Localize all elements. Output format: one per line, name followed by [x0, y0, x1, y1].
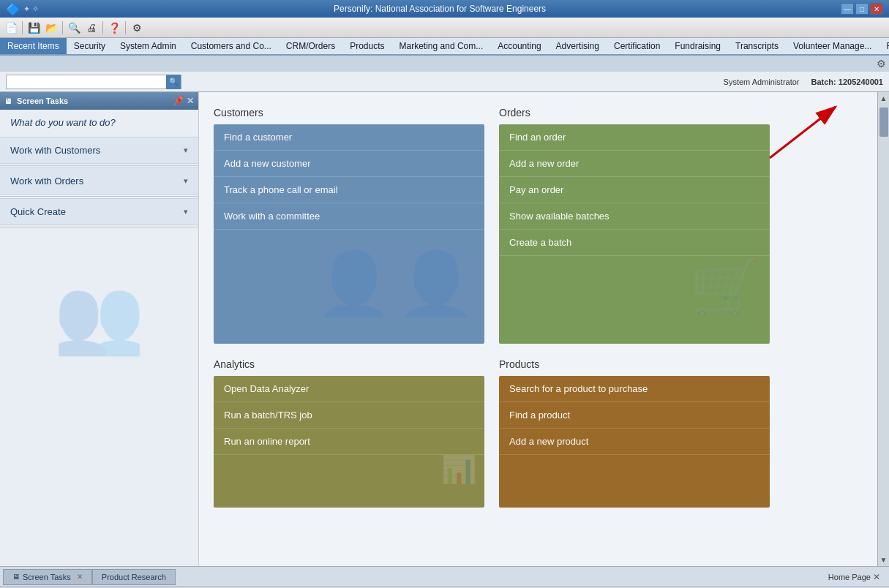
menu-reporting[interactable]: Reporting [879, 38, 889, 54]
sidebar-section-orders: Work with Orders ▾ [0, 167, 198, 197]
home-page-close-icon[interactable]: ✕ [873, 572, 880, 582]
chevron-down-icon-2: ▾ [184, 176, 188, 186]
sidebar-header-icons[interactable]: 📌 ✕ [173, 96, 194, 106]
toolbar-sep-2 [62, 21, 63, 34]
toolbar-sep-1 [22, 21, 23, 34]
menu-security-label: Security [74, 41, 105, 51]
close-button[interactable]: ✕ [870, 3, 883, 15]
toolbar-sep-4 [125, 21, 126, 34]
run-batch-trs-link[interactable]: Run a batch/TRS job [214, 402, 484, 429]
track-phone-link[interactable]: Track a phone call or email [214, 177, 484, 203]
chevron-down-icon: ▾ [184, 146, 188, 155]
find-customer-link[interactable]: Find a customer [214, 124, 484, 151]
dashboard-products-section: Products Search for a product to purchas… [499, 358, 770, 508]
toolbar-new-btn[interactable]: 📄 [3, 20, 19, 36]
find-order-link[interactable]: Find an order [499, 124, 770, 151]
open-analyzer-link[interactable]: Open Data Analyzer [214, 376, 484, 402]
scroll-up-icon[interactable]: ▲ [878, 92, 889, 105]
menubar: Recent Items Security System Admin Custo… [0, 38, 889, 56]
run-report-link[interactable]: Run an online report [214, 429, 484, 455]
analytics-tile: Open Data Analyzer Run a batch/TRS job R… [214, 376, 484, 508]
menu-recent-items-label: Recent Items [7, 41, 59, 51]
info-right: System Administrator Batch: 1205240001 [724, 78, 883, 86]
content-scrollbar[interactable]: ▲ ▼ [877, 92, 889, 566]
menu-volunteer[interactable]: Volunteer Manage... [786, 38, 879, 54]
minimize-button[interactable]: — [841, 3, 854, 15]
maximize-button[interactable]: □ [855, 3, 869, 15]
screen-tasks-tab-close[interactable]: ✕ [77, 573, 83, 581]
menu-system-admin[interactable]: System Admin [113, 38, 184, 54]
menu-fundraising-label: Fundraising [675, 41, 721, 51]
search-product-link[interactable]: Search for a product to purchase [499, 376, 770, 402]
pin-icon[interactable]: 📌 [173, 96, 184, 106]
work-committee-link[interactable]: Work with a committee [214, 203, 484, 230]
screen-tasks-tab-label: Screen Tasks [23, 573, 71, 581]
toolbar-settings-btn[interactable]: ⚙ [129, 20, 145, 36]
menu-fundraising[interactable]: Fundraising [667, 38, 728, 54]
toolbar-open-btn[interactable]: 📂 [43, 20, 59, 36]
dashboard-orders-section: Orders Find an order Add a new order Pay… [499, 107, 770, 344]
menu-certification[interactable]: Certification [607, 38, 667, 54]
home-page-label: Home Page ✕ [822, 572, 886, 582]
scroll-thumb[interactable] [879, 108, 888, 137]
product-research-tab-label: Product Research [102, 573, 166, 581]
search-input[interactable] [7, 78, 166, 86]
svg-line-1 [770, 107, 836, 158]
orders-section-title: Orders [499, 107, 770, 118]
menu-customers[interactable]: Customers and Co... [184, 38, 279, 54]
menu-system-admin-label: System Admin [120, 41, 176, 51]
app-title: Personify: National Association for Soft… [39, 4, 841, 14]
sidebar-close-icon[interactable]: ✕ [187, 96, 194, 106]
sidebar-item-work-orders-label: Work with Orders [10, 176, 83, 186]
sidebar-title: 🖥 Screen Tasks [4, 97, 68, 105]
sidebar-content: What do you want to do? Work with Custom… [0, 110, 198, 566]
product-research-tab[interactable]: Product Research [92, 569, 176, 585]
sidebar-intro: What do you want to do? [0, 110, 198, 135]
sidebar-item-quick-create[interactable]: Quick Create ▾ [0, 198, 198, 225]
content-area: Customers Find a customer Add a new cust… [199, 92, 877, 566]
toolbar-help-btn[interactable]: ❓ [106, 20, 122, 36]
products-section-title: Products [499, 358, 770, 370]
add-product-link[interactable]: Add a new product [499, 429, 770, 455]
menu-security[interactable]: Security [67, 38, 113, 54]
search-input-wrap[interactable]: 🔍 [6, 75, 181, 89]
customers-section-title: Customers [214, 107, 484, 118]
menu-marketing[interactable]: Marketing and Com... [392, 38, 491, 54]
toolbar-save-btn[interactable]: 💾 [26, 20, 42, 36]
sidebar-section-customers: Work with Customers ▾ [0, 137, 198, 166]
sidebar-item-work-customers[interactable]: Work with Customers ▾ [0, 137, 198, 164]
menu-products[interactable]: Products [342, 38, 391, 54]
menu-reporting-label: Reporting [886, 41, 889, 51]
gear-icon[interactable]: ⚙ [877, 58, 886, 69]
create-batch-link[interactable]: Create a batch [499, 230, 770, 256]
menu-marketing-label: Marketing and Com... [400, 41, 484, 51]
dashboard-grid: Customers Find a customer Add a new cust… [214, 107, 770, 508]
find-product-link[interactable]: Find a product [499, 402, 770, 429]
show-batches-link[interactable]: Show available batches [499, 203, 770, 230]
screen-tasks-tab-icon: 🖥 [12, 573, 20, 581]
screen-tasks-tab[interactable]: 🖥 Screen Tasks ✕ [3, 569, 92, 585]
menu-recent-items[interactable]: Recent Items [0, 38, 67, 54]
sidebar-section-quick-create: Quick Create ▾ [0, 198, 198, 227]
toolbar-search-btn[interactable]: 🔍 [66, 20, 82, 36]
pay-order-link[interactable]: Pay an order [499, 177, 770, 203]
menu-advertising[interactable]: Advertising [549, 38, 607, 54]
window-controls[interactable]: — □ ✕ [841, 3, 883, 15]
search-area: ⚙ [0, 56, 889, 72]
orders-tile: Find an order Add a new order Pay an ord… [499, 124, 770, 344]
menu-accounting[interactable]: Accounting [490, 38, 548, 54]
title-bar: 🔷 ✦ ✧ Personify: National Association fo… [0, 0, 889, 18]
batch-label: Batch: 1205240001 [811, 78, 883, 86]
toolbar-sep-3 [102, 21, 103, 34]
add-order-link[interactable]: Add a new order [499, 151, 770, 177]
toolbar-print-btn[interactable]: 🖨 [83, 20, 100, 36]
sidebar-item-work-customers-label: Work with Customers [10, 145, 100, 156]
add-customer-link[interactable]: Add a new customer [214, 151, 484, 177]
toolbar: 📄 💾 📂 🔍 🖨 ❓ ⚙ [0, 18, 889, 38]
menu-crm-orders[interactable]: CRM/Orders [279, 38, 342, 54]
menu-transcripts[interactable]: Transcripts [728, 38, 786, 54]
sidebar-item-work-orders[interactable]: Work with Orders ▾ [0, 167, 198, 195]
scroll-down-icon[interactable]: ▼ [878, 554, 889, 566]
search-button[interactable]: 🔍 [166, 75, 181, 89]
sidebar-item-quick-create-label: Quick Create [10, 206, 66, 217]
